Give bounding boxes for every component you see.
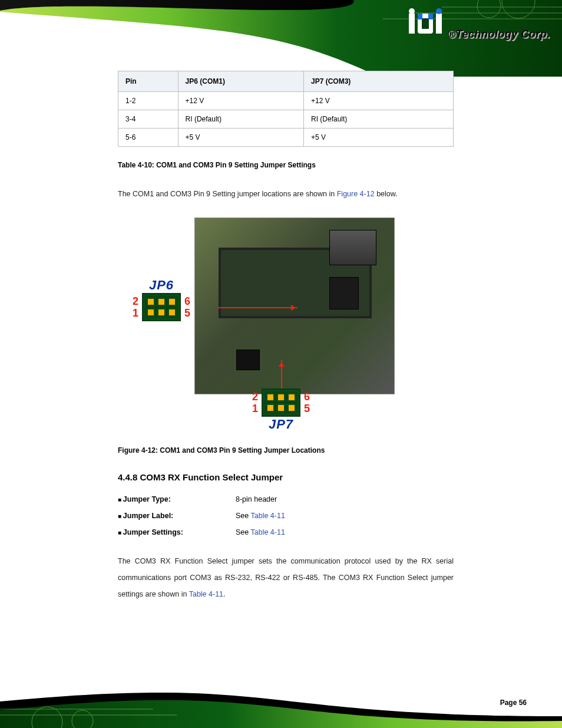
spec-value-text: See <box>236 528 251 536</box>
table-ref[interactable]: Table 4-11 <box>251 512 285 520</box>
cell: 3-4 <box>118 110 178 129</box>
spec-list: Jumper Type: 8-pin header Jumper Label: … <box>118 495 454 536</box>
section-heading: 4.4.8 COM3 RX Function Select Jumper <box>118 472 454 482</box>
cell: 5-6 <box>118 129 178 147</box>
registered-mark: ® <box>448 28 456 40</box>
spec-label: Jumper Type: <box>118 495 236 503</box>
footer-banner <box>0 645 562 728</box>
svg-rect-10 <box>428 14 433 19</box>
figure-4-12: JP6 21 65 21 65 JP7 <box>118 214 454 432</box>
table-row: 5-6 +5 V +5 V <box>118 129 454 147</box>
pin-num: 1 <box>133 308 138 318</box>
pin-num: 5 <box>304 403 310 414</box>
para2-a: The COM3 RX Function Select jumper sets … <box>118 557 454 598</box>
svg-rect-11 <box>436 14 442 34</box>
brand-text: ®Technology Corp. <box>448 28 550 41</box>
cell: +12 V <box>303 92 453 110</box>
jp7-title: JP7 <box>252 417 310 432</box>
arrow-icon <box>281 360 282 392</box>
svg-rect-9 <box>418 14 422 19</box>
table-row: 1-2 +12 V +12 V <box>118 92 454 110</box>
spec-label: Jumper Label: <box>118 512 236 520</box>
th-jp6: JP6 (COM1) <box>178 71 303 92</box>
spec-value: See Table 4-11 <box>236 528 454 536</box>
th-jp7: JP7 (COM3) <box>303 71 453 92</box>
pin-num: 2 <box>133 296 138 307</box>
para2-b: . <box>223 590 225 598</box>
chip-icon <box>236 350 260 370</box>
page-number: Page 56 <box>500 699 527 707</box>
spec-value-text: See <box>236 512 251 520</box>
brand-name: Technology Corp. <box>456 28 550 40</box>
chip-icon <box>329 230 376 265</box>
pin-num: 6 <box>184 296 190 307</box>
cell: 1-2 <box>118 92 178 110</box>
pin-num: 5 <box>184 308 190 318</box>
jumper-settings-table: Pin JP6 (COM1) JP7 (COM3) 1-2 +12 V +12 … <box>118 71 454 147</box>
jumper-jp6: JP6 21 65 <box>133 278 190 321</box>
figure-caption: Figure 4-12: COM1 and COM3 Pin 9 Setting… <box>118 446 454 454</box>
jumper-grid-icon <box>262 388 300 417</box>
cell: +5 V <box>178 129 303 147</box>
heatsink-icon <box>329 277 359 309</box>
figure-ref[interactable]: Figure 4-12 <box>337 190 375 198</box>
spec-value: 8-pin header <box>236 495 454 503</box>
svg-rect-8 <box>422 18 429 29</box>
th-pin: Pin <box>118 71 178 92</box>
spec-label: Jumper Settings: <box>118 528 236 536</box>
table-ref[interactable]: Table 4-11 <box>251 528 285 536</box>
spec-row-label: Jumper Label: See Table 4-11 <box>118 512 454 520</box>
table-ref[interactable]: Table 4-11 <box>189 590 223 598</box>
spec-row-settings: Jumper Settings: See Table 4-11 <box>118 528 454 536</box>
svg-point-12 <box>436 8 442 14</box>
spec-value: See Table 4-11 <box>236 512 454 520</box>
pin-num: 1 <box>252 403 258 414</box>
cell: +5 V <box>303 129 453 147</box>
table-caption: Table 4-10: COM1 and COM3 Pin 9 Setting … <box>118 161 454 169</box>
paragraph-2: The COM3 RX Function Select jumper sets … <box>118 553 454 602</box>
jumper-grid-icon <box>142 293 181 321</box>
pin-num: 6 <box>304 391 310 402</box>
jp6-title: JP6 <box>133 278 190 293</box>
cell: RI (Default) <box>178 110 303 129</box>
arrow-icon <box>218 307 297 308</box>
page-content: Pin JP6 (COM1) JP7 (COM3) 1-2 +12 V +12 … <box>118 71 454 602</box>
paragraph-1: The COM1 and COM3 Pin 9 Setting jumper l… <box>118 186 454 202</box>
para1-b: below. <box>375 190 398 198</box>
para1-a: The COM1 and COM3 Pin 9 Setting jumper l… <box>118 190 337 198</box>
cell: +12 V <box>178 92 303 110</box>
cell: RI (Default) <box>303 110 453 129</box>
svg-rect-5 <box>409 14 415 34</box>
spec-row-type: Jumper Type: 8-pin header <box>118 495 454 503</box>
table-row: 3-4 RI (Default) RI (Default) <box>118 110 454 129</box>
pin-num: 2 <box>252 391 258 402</box>
jumper-jp7: 21 65 JP7 <box>252 388 310 432</box>
svg-point-6 <box>409 8 415 14</box>
